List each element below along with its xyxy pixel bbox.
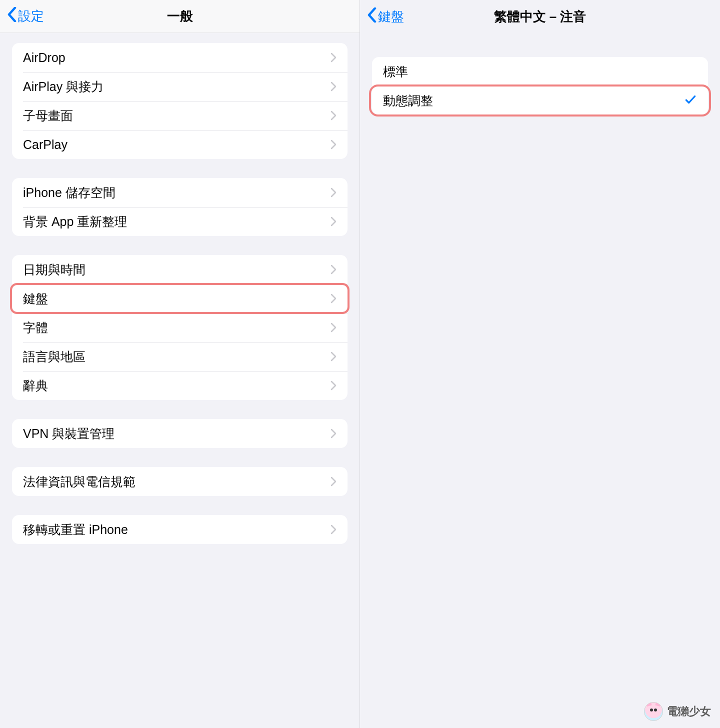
row-legal[interactable]: 法律資訊與電信規範 [12, 467, 348, 496]
row-fonts[interactable]: 字體 [12, 313, 348, 342]
chevron-right-icon [330, 188, 336, 198]
nav-bar-left: 設定 一般 [0, 0, 360, 33]
row-label: 字體 [23, 320, 48, 336]
row-vpn[interactable]: VPN 與裝置管理 [12, 419, 348, 448]
row-pip[interactable]: 子母畫面 [12, 101, 348, 130]
chevron-left-icon [367, 8, 377, 26]
row-label: 移轉或重置 iPhone [23, 522, 128, 538]
back-label: 鍵盤 [378, 8, 404, 26]
row-standard[interactable]: 標準 [372, 57, 708, 86]
watermark-avatar-icon [644, 702, 663, 721]
chevron-left-icon [7, 7, 17, 26]
keyboard-option-group: 標準 動態調整 [372, 57, 708, 115]
row-dynamic[interactable]: 動態調整 [372, 86, 708, 115]
chevron-right-icon [330, 110, 336, 120]
row-transfer-reset[interactable]: 移轉或重置 iPhone [12, 515, 348, 544]
row-carplay[interactable]: CarPlay [12, 130, 348, 159]
settings-group: VPN 與裝置管理 [12, 419, 348, 448]
row-label: AirPlay 與接力 [23, 78, 104, 95]
settings-group: 移轉或重置 iPhone [12, 515, 348, 544]
back-button-right[interactable]: 鍵盤 [367, 8, 404, 26]
chevron-right-icon [330, 380, 336, 390]
row-label: 語言與地區 [23, 348, 86, 365]
chevron-right-icon [330, 52, 336, 62]
page-title-right: 繁體中文 – 注音 [360, 8, 720, 26]
row-label: 標準 [383, 64, 408, 80]
row-airdrop[interactable]: AirDrop [12, 43, 348, 72]
row-storage[interactable]: iPhone 儲存空間 [12, 178, 348, 207]
chevron-right-icon [330, 476, 336, 486]
settings-group: iPhone 儲存空間 背景 App 重新整理 [12, 178, 348, 236]
row-label: 子母畫面 [23, 108, 73, 124]
row-label: 背景 App 重新整理 [23, 214, 127, 230]
row-label: 辭典 [23, 378, 48, 394]
chevron-right-icon [330, 264, 336, 274]
settings-group: 日期與時間 鍵盤 字體 語言與地區 辭典 [12, 255, 348, 400]
row-datetime[interactable]: 日期與時間 [12, 255, 348, 284]
back-button-left[interactable]: 設定 [7, 7, 44, 26]
row-label: 日期與時間 [23, 262, 86, 278]
row-label: CarPlay [23, 138, 68, 152]
chevron-right-icon [330, 428, 336, 438]
row-label: 鍵盤 [23, 290, 48, 307]
left-pane: 設定 一般 AirDrop AirPlay 與接力 子母畫面 CarPlay i… [0, 0, 360, 728]
right-pane: 鍵盤 繁體中文 – 注音 標準 動態調整 電獺少女 [360, 0, 720, 728]
back-label: 設定 [18, 8, 44, 25]
row-label: 動態調整 [383, 92, 433, 109]
chevron-right-icon [330, 140, 336, 150]
row-keyboard[interactable]: 鍵盤 [12, 284, 348, 313]
checkmark-icon [684, 93, 697, 108]
chevron-right-icon [330, 524, 336, 534]
row-label: AirDrop [23, 50, 66, 65]
chevron-right-icon [330, 82, 336, 92]
nav-bar-right: 鍵盤 繁體中文 – 注音 [360, 0, 720, 33]
chevron-right-icon [330, 216, 336, 226]
page-title-left: 一般 [0, 8, 360, 25]
row-airplay[interactable]: AirPlay 與接力 [12, 72, 348, 101]
row-label: VPN 與裝置管理 [23, 426, 114, 442]
row-label: 法律資訊與電信規範 [23, 474, 136, 490]
watermark: 電獺少女 [644, 702, 711, 721]
chevron-right-icon [330, 322, 336, 332]
watermark-text: 電獺少女 [667, 704, 711, 719]
chevron-right-icon [330, 294, 336, 304]
settings-group: AirDrop AirPlay 與接力 子母畫面 CarPlay [12, 43, 348, 159]
row-label: iPhone 儲存空間 [23, 184, 116, 201]
settings-group: 法律資訊與電信規範 [12, 467, 348, 496]
row-dictionary[interactable]: 辭典 [12, 371, 348, 400]
chevron-right-icon [330, 352, 336, 362]
row-language-region[interactable]: 語言與地區 [12, 342, 348, 371]
row-background-refresh[interactable]: 背景 App 重新整理 [12, 207, 348, 236]
